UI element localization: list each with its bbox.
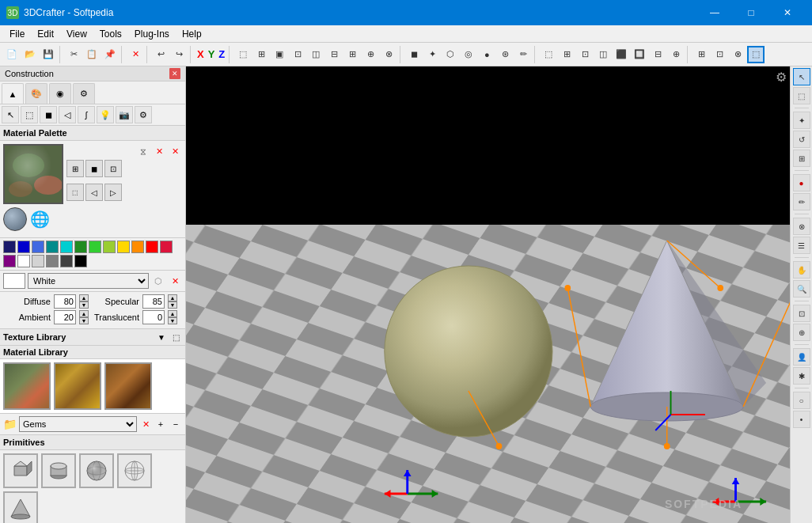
rt-btn-hand[interactable]: ✋ <box>793 261 810 279</box>
icon-select[interactable]: ↖ <box>2 106 19 123</box>
rt-btn-rotate[interactable]: ↺ <box>793 131 810 148</box>
rt-btn-circ[interactable]: ○ <box>793 392 810 409</box>
tb-obj1[interactable]: ◼ <box>405 46 423 63</box>
material-name-select[interactable]: White Red Blue Green <box>28 273 149 289</box>
tb-obj2[interactable]: ✦ <box>423 46 441 63</box>
rt-btn-person[interactable]: 👤 <box>793 348 810 366</box>
add-material-icon[interactable]: ✕ <box>168 144 182 158</box>
close-button[interactable]: ✕ <box>769 0 806 25</box>
primitive-cube[interactable] <box>3 453 38 488</box>
tb-view8[interactable]: ⊕ <box>362 46 379 63</box>
filter-icon[interactable]: ⧖ <box>136 144 150 158</box>
gems-select[interactable]: Gems <box>19 416 137 432</box>
primitive-cone[interactable] <box>3 491 38 523</box>
diffuse-down[interactable]: ▼ <box>79 301 89 309</box>
tb-op8[interactable]: ⊕ <box>667 46 685 63</box>
tb-save[interactable]: 💾 <box>40 46 57 63</box>
delete-material-icon[interactable]: ✕ <box>152 144 166 158</box>
mat-btn-arr-l[interactable]: ◁ <box>85 184 103 201</box>
translucent-down[interactable]: ▼ <box>168 317 177 324</box>
rt-btn-op2[interactable]: ☰ <box>793 237 810 254</box>
tb-obj3[interactable]: ⬡ <box>442 46 459 63</box>
texture-lib-down[interactable]: ▼ <box>155 331 168 343</box>
rt-btn-select[interactable]: ↖ <box>793 68 810 85</box>
icon-light[interactable]: 💡 <box>97 106 114 123</box>
mat-btn-tex[interactable]: ⬚ <box>66 184 84 201</box>
swatch-teal[interactable] <box>46 241 59 253</box>
tb-op2[interactable]: ⊞ <box>558 46 575 63</box>
primitive-cylinder[interactable] <box>41 453 76 488</box>
mat-color-icon[interactable]: ⬡ <box>151 274 165 288</box>
swatch-cyan[interactable] <box>60 241 73 253</box>
swatch-purple[interactable] <box>3 255 16 267</box>
swatch-black[interactable] <box>74 255 87 267</box>
gems-add[interactable]: + <box>154 418 167 430</box>
viewport-gear-icon[interactable]: ⚙ <box>776 70 787 85</box>
tb-cut[interactable]: ✂ <box>65 46 82 63</box>
gems-minus[interactable]: − <box>169 418 182 430</box>
swatch-yellow-green[interactable] <box>103 241 116 253</box>
diffuse-value[interactable] <box>54 294 76 309</box>
tb-undo[interactable]: ↩ <box>152 46 169 63</box>
ambient-up[interactable]: ▲ <box>79 310 89 317</box>
tb-op6[interactable]: 🔲 <box>631 46 648 63</box>
specular-down[interactable]: ▼ <box>168 301 177 309</box>
mat-btn-grid[interactable]: ⊞ <box>66 160 84 177</box>
icon-box[interactable]: ◼ <box>40 106 57 123</box>
icon-settings2[interactable]: ⚙ <box>135 106 152 123</box>
tb-copy[interactable]: 📋 <box>83 46 101 63</box>
swatch-darkgray[interactable] <box>60 255 73 267</box>
menu-edit[interactable]: Edit <box>31 27 60 41</box>
tb-paste[interactable]: 📌 <box>101 46 119 63</box>
minimize-button[interactable]: — <box>696 0 733 25</box>
texture-lib-expand[interactable]: ⬚ <box>169 331 182 343</box>
primitive-sphere[interactable] <box>79 453 114 488</box>
rt-btn-snap[interactable]: ⊕ <box>793 324 810 341</box>
tb-view6[interactable]: ⊟ <box>325 46 343 63</box>
swatch-red[interactable] <box>146 241 158 253</box>
tb-op7[interactable]: ⊟ <box>649 46 666 63</box>
tab-color[interactable]: 🎨 <box>25 83 47 104</box>
translucent-value[interactable] <box>142 310 165 324</box>
tb-view7[interactable]: ⊞ <box>343 46 361 63</box>
swatch-green[interactable] <box>89 241 101 253</box>
tb-redo[interactable]: ↪ <box>170 46 188 63</box>
swatch-orange[interactable] <box>131 241 144 253</box>
ambient-value[interactable] <box>54 310 76 324</box>
viewport[interactable]: ⚙ SOFTPEDIA <box>186 66 790 523</box>
tb-op4[interactable]: ◫ <box>594 46 612 63</box>
rt-btn-dot[interactable]: • <box>793 411 810 428</box>
tb-obj5[interactable]: ● <box>478 46 495 63</box>
tb-view3[interactable]: ▣ <box>271 46 288 63</box>
tab-shape[interactable]: ▲ <box>2 83 24 104</box>
tb-obj6[interactable]: ⊛ <box>496 46 514 63</box>
tb-view1[interactable]: ⬚ <box>234 46 252 63</box>
construction-close-button[interactable]: ✕ <box>169 68 180 79</box>
rt-btn-move[interactable]: ✦ <box>793 112 810 129</box>
specular-up[interactable]: ▲ <box>168 294 177 301</box>
swatch-white[interactable] <box>17 255 30 267</box>
tb-obj7[interactable]: ✏ <box>514 46 532 63</box>
translucent-up[interactable]: ▲ <box>168 310 177 317</box>
tab-settings[interactable]: ⚙ <box>73 83 95 104</box>
icon-curve[interactable]: ∫ <box>78 106 95 123</box>
swatch-green-dark[interactable] <box>74 241 87 253</box>
icon-camera[interactable]: 📷 <box>116 106 133 123</box>
maximize-button[interactable]: □ <box>733 0 769 25</box>
menu-plugins[interactable]: Plug-Ins <box>128 27 176 41</box>
tb-op5[interactable]: ⬛ <box>613 46 630 63</box>
tb-delete[interactable]: ✕ <box>127 46 144 63</box>
tb-view2[interactable]: ⊞ <box>252 46 270 63</box>
tb-open[interactable]: 📂 <box>21 46 39 63</box>
rt-btn-op1[interactable]: ⊗ <box>793 218 810 235</box>
tb-obj4[interactable]: ◎ <box>460 46 477 63</box>
mat-btn-arr-r[interactable]: ▷ <box>104 184 122 201</box>
swatch-yellow[interactable] <box>117 241 130 253</box>
material-main-preview[interactable] <box>3 144 63 204</box>
rt-btn-obj[interactable]: ✱ <box>793 367 810 385</box>
mat-btn-fill[interactable]: ◼ <box>85 160 103 177</box>
tb-op3[interactable]: ⊡ <box>576 46 594 63</box>
rt-btn-zoom[interactable]: 🔍 <box>793 280 810 298</box>
gems-delete[interactable]: ✕ <box>139 418 152 430</box>
ambient-down[interactable]: ▼ <box>79 317 89 324</box>
